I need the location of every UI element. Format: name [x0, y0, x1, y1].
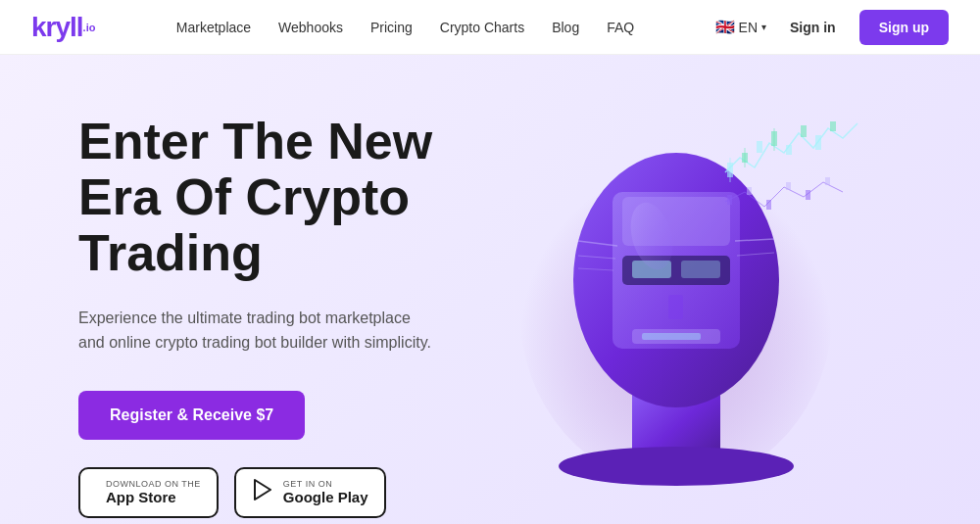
- logo: kryll.io: [31, 12, 95, 43]
- nav-item-blog[interactable]: Blog: [552, 20, 579, 35]
- svg-point-3: [559, 447, 794, 486]
- appstore-small-label: Download on the: [106, 479, 201, 489]
- svg-rect-12: [642, 333, 701, 340]
- register-button[interactable]: Register & Receive $7: [78, 391, 305, 440]
- header: kryll.io Marketplace Webhooks Pricing Cr…: [0, 0, 980, 55]
- nav-item-marketplace[interactable]: Marketplace: [176, 20, 251, 35]
- svg-rect-35: [825, 177, 830, 185]
- svg-rect-10: [668, 295, 683, 319]
- signin-button[interactable]: Sign in: [778, 12, 848, 43]
- svg-rect-23: [757, 141, 762, 153]
- chevron-down-icon: ▾: [761, 22, 766, 32]
- svg-marker-0: [255, 480, 270, 500]
- nav-actions: 🇬🇧 EN ▾ Sign in Sign up: [715, 10, 949, 45]
- hero-content: Enter The New Era Of Crypto Trading Expe…: [0, 55, 980, 524]
- logo-sub: .io: [83, 22, 96, 33]
- hero-title: Enter The New Era Of Crypto Trading: [78, 114, 451, 282]
- nav-item-webhooks[interactable]: Webhooks: [278, 20, 343, 35]
- svg-rect-31: [747, 187, 752, 195]
- googleplay-large-label: Google Play: [283, 489, 368, 505]
- svg-rect-33: [786, 182, 791, 190]
- svg-rect-32: [766, 200, 771, 210]
- appstore-button[interactable]: Download on the App Store: [78, 467, 219, 518]
- svg-rect-29: [830, 121, 836, 131]
- googleplay-icon: [252, 479, 273, 506]
- svg-rect-27: [801, 125, 807, 137]
- hero-section: Enter The New Era Of Crypto Trading Expe…: [0, 55, 980, 524]
- svg-rect-26: [786, 145, 792, 155]
- svg-rect-9: [681, 261, 720, 278]
- hero-left: Enter The New Era Of Crypto Trading Expe…: [78, 94, 451, 518]
- app-buttons: Download on the App Store GET IN ON Goog…: [78, 467, 451, 518]
- svg-rect-34: [806, 190, 810, 200]
- googleplay-button[interactable]: GET IN ON Google Play: [234, 467, 386, 518]
- nav-item-crypto-charts[interactable]: Crypto Charts: [440, 20, 524, 35]
- main-nav: Marketplace Webhooks Pricing Crypto Char…: [176, 20, 634, 35]
- logo-text: kryll: [31, 12, 83, 43]
- appstore-text: Download on the App Store: [106, 479, 201, 505]
- svg-rect-30: [727, 195, 732, 205]
- flag-icon: 🇬🇧: [715, 18, 735, 36]
- hero-subtitle: Experience the ultimate trading bot mark…: [78, 306, 431, 356]
- hero-illustration: [451, 94, 902, 486]
- googleplay-text: GET IN ON Google Play: [283, 479, 368, 505]
- appstore-large-label: App Store: [106, 489, 201, 505]
- signup-button[interactable]: Sign up: [859, 10, 949, 45]
- nav-item-pricing[interactable]: Pricing: [370, 20, 413, 35]
- language-selector[interactable]: 🇬🇧 EN ▾: [715, 18, 766, 36]
- nav-item-faq[interactable]: FAQ: [607, 20, 634, 35]
- language-label: EN: [739, 20, 758, 35]
- svg-rect-28: [815, 135, 821, 150]
- googleplay-small-label: GET IN ON: [283, 479, 368, 489]
- robot-svg: [451, 94, 902, 486]
